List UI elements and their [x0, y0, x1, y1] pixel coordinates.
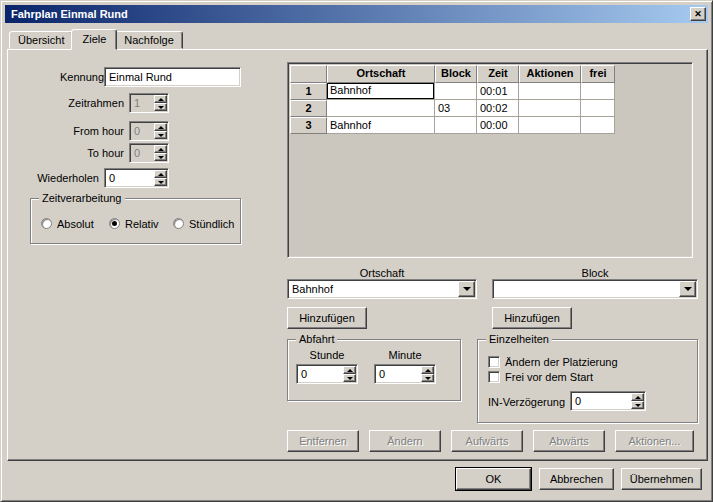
up-arrow-icon	[158, 173, 164, 176]
close-button[interactable]: ✕	[690, 7, 706, 21]
abwaerts-button[interactable]: Abwärts	[533, 430, 605, 452]
spin-up-button[interactable]	[421, 366, 434, 374]
grid-corner	[290, 65, 327, 83]
spin-up-button[interactable]	[631, 393, 644, 401]
ziele-table: Ortschaft Block Zeit Aktionen frei 1 Bah…	[287, 62, 693, 258]
col-header-ortschaft: Ortschaft	[327, 65, 435, 83]
tab-uebersicht[interactable]: Übersicht	[9, 31, 73, 49]
col-header-zeit: Zeit	[477, 65, 519, 83]
table-row[interactable]: 1 Bahnhof 00:01	[290, 83, 690, 100]
col-header-block: Block	[435, 65, 477, 83]
cell-zeit[interactable]: 00:00	[477, 117, 519, 134]
col-header-aktionen: Aktionen	[519, 65, 581, 83]
kennung-input[interactable]: Einmal Rund	[104, 67, 241, 87]
cell-aktionen[interactable]	[519, 100, 581, 117]
uebernehmen-button[interactable]: Übernehmen	[621, 468, 702, 490]
kennung-label: Kennung	[18, 70, 104, 84]
from-hour-label: From hour	[18, 124, 124, 138]
cell-ortschaft[interactable]	[327, 100, 435, 117]
radio-icon	[173, 218, 184, 229]
cell-ortschaft[interactable]: Bahnhof	[327, 83, 435, 100]
row-header[interactable]: 1	[290, 83, 327, 100]
cell-zeit[interactable]: 00:02	[477, 100, 519, 117]
cell-aktionen[interactable]	[519, 83, 581, 100]
table-row[interactable]: 3 Bahnhof 00:00	[290, 117, 690, 134]
spin-down-button[interactable]	[343, 374, 356, 382]
spin-down-button[interactable]	[154, 103, 167, 111]
spin-down-button[interactable]	[154, 178, 167, 186]
spin-up-button[interactable]	[154, 145, 167, 153]
minute-spinner[interactable]: 0	[374, 364, 436, 384]
ortschaft-combobox[interactable]: Bahnhof	[287, 279, 477, 299]
radio-relativ[interactable]: Relativ	[109, 217, 159, 230]
down-arrow-icon	[158, 106, 164, 109]
spin-down-button[interactable]	[631, 401, 644, 409]
down-arrow-icon	[425, 377, 431, 380]
dropdown-button[interactable]	[679, 281, 696, 297]
stunde-label: Stunde	[296, 348, 358, 362]
entfernen-button[interactable]: Entfernen	[287, 430, 359, 452]
checkbox-frei-vor-start[interactable]: Frei vor dem Start	[488, 370, 593, 383]
inline-edit-ortschaft[interactable]: Bahnhof	[327, 83, 434, 99]
chevron-down-icon	[684, 287, 692, 291]
cell-block[interactable]: 03	[435, 100, 477, 117]
row-header[interactable]: 3	[290, 117, 327, 134]
to-hour-spinner[interactable]: 0	[129, 143, 169, 163]
spin-down-button[interactable]	[154, 131, 167, 139]
abfahrt-group: Abfahrt Stunde 0 Minute 0	[287, 339, 461, 401]
fahrplan-dialog: Fahrplan Einmal Rund ✕ Übersicht Ziele N…	[0, 0, 713, 502]
stunde-spinner[interactable]: 0	[296, 364, 358, 384]
radio-stuendlich[interactable]: Stündlich	[173, 217, 234, 230]
spin-up-button[interactable]	[154, 123, 167, 131]
abbrechen-button[interactable]: Abbrechen	[539, 468, 614, 490]
hinzufuegen-block-button[interactable]: Hinzufügen	[492, 307, 572, 329]
checkbox-label: Ändern der Platzierung	[505, 356, 618, 368]
tab-strip: Übersicht Ziele Nachfolge	[9, 31, 183, 49]
checkbox-icon	[488, 356, 500, 368]
cell-ortschaft[interactable]: Bahnhof	[327, 117, 435, 134]
cell-block[interactable]	[435, 83, 477, 100]
tab-label: Nachfolge	[124, 34, 174, 46]
aufwaerts-button[interactable]: Aufwärts	[451, 430, 523, 452]
cell-frei[interactable]	[581, 117, 615, 134]
block-combobox[interactable]	[492, 279, 698, 299]
in-verzoegerung-spinner[interactable]: 0	[570, 391, 646, 411]
zeitrahmen-label: Zeitrahmen	[18, 96, 124, 110]
spin-up-button[interactable]	[154, 95, 167, 103]
spin-down-button[interactable]	[154, 153, 167, 161]
tab-ziele[interactable]: Ziele	[71, 29, 117, 50]
cell-block[interactable]	[435, 117, 477, 134]
radio-absolut[interactable]: Absolut	[41, 217, 94, 230]
down-arrow-icon	[158, 181, 164, 184]
ok-button[interactable]: OK	[456, 468, 531, 490]
up-arrow-icon	[158, 126, 164, 129]
table-row[interactable]: 2 03 00:02	[290, 100, 690, 117]
row-filler	[615, 117, 690, 134]
tab-page-ziele: Kennung Einmal Rund Zeitrahmen 1 From ho…	[7, 49, 708, 461]
abfahrt-group-title: Abfahrt	[296, 333, 337, 346]
cell-frei[interactable]	[581, 83, 615, 100]
hinzufuegen-ortschaft-button[interactable]: Hinzufügen	[287, 307, 367, 329]
cell-aktionen[interactable]	[519, 117, 581, 134]
radio-icon	[109, 218, 120, 229]
aktionen-button[interactable]: Aktionen...	[615, 430, 694, 452]
wiederholen-spinner[interactable]: 0	[104, 168, 169, 188]
down-arrow-icon	[635, 404, 641, 407]
zeitrahmen-spinner[interactable]: 1	[129, 93, 169, 113]
checkbox-label: Frei vor dem Start	[505, 371, 593, 383]
tab-nachfolge[interactable]: Nachfolge	[115, 31, 183, 49]
spin-up-button[interactable]	[154, 170, 167, 178]
cell-zeit[interactable]: 00:01	[477, 83, 519, 100]
dropdown-button[interactable]	[458, 281, 475, 297]
spin-down-button[interactable]	[421, 374, 434, 382]
cell-frei[interactable]	[581, 100, 615, 117]
zeitverarbeitung-group-title: Zeitverarbeitung	[39, 192, 125, 205]
aendern-button[interactable]: Ändern	[369, 430, 441, 452]
titlebar: Fahrplan Einmal Rund ✕	[5, 5, 708, 23]
block-combo-label: Block	[492, 266, 698, 280]
checkbox-platzierung[interactable]: Ändern der Platzierung	[488, 355, 618, 368]
checkbox-icon	[488, 371, 500, 383]
from-hour-spinner[interactable]: 0	[129, 121, 169, 141]
row-header[interactable]: 2	[290, 100, 327, 117]
spin-up-button[interactable]	[343, 366, 356, 374]
